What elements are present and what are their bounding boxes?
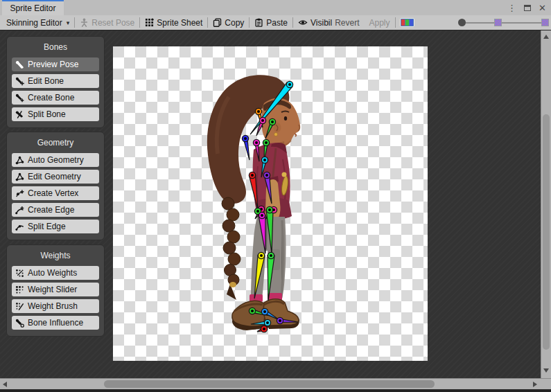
revert-button[interactable]: Revert xyxy=(332,15,364,30)
reset-pose-button[interactable]: Reset Pose xyxy=(75,15,139,30)
weight-slider-icon xyxy=(15,285,24,294)
tool-button-edit-geometry[interactable]: Edit Geometry xyxy=(12,170,99,184)
bone-joint[interactable] xyxy=(253,139,259,145)
tool-button-split-edge[interactable]: Split Edge xyxy=(12,220,99,233)
rgb-blue-stripe xyxy=(410,19,413,26)
toolbar: Skinning Editor ▾ Reset Pose Sprite Shee… xyxy=(0,15,551,30)
geometry-icon xyxy=(15,156,24,165)
bone-joint[interactable] xyxy=(242,135,248,141)
bone-joint[interactable] xyxy=(249,308,255,314)
revert-label: Revert xyxy=(335,18,359,28)
edge-create-icon xyxy=(15,206,24,215)
bone-joint[interactable] xyxy=(255,108,261,114)
close-icon[interactable]: ✕ xyxy=(539,3,546,12)
texture-mip-icon xyxy=(541,19,549,26)
sprite-canvas[interactable] xyxy=(113,46,428,361)
scroll-left-arrow-icon[interactable] xyxy=(3,382,7,387)
bone-joint[interactable] xyxy=(269,118,275,125)
geometry-panel: Geometry Auto Geometry Edit Geometry Cre… xyxy=(6,132,105,240)
sprite-sheet-grid-icon xyxy=(145,18,154,27)
sprite-editor-window: Sprite Editor ⋮ ✕ Skinning Editor ▾ Rese… xyxy=(0,0,551,392)
window-bottom-edge xyxy=(0,389,551,392)
mip-level-slider[interactable] xyxy=(455,15,550,30)
tool-button-edit-bone[interactable]: Edit Bone xyxy=(12,74,99,88)
panel-title: Geometry xyxy=(12,138,99,148)
tab-sprite-editor[interactable]: Sprite Editor xyxy=(2,0,64,15)
apply-label: Apply xyxy=(369,18,390,28)
bone-joint[interactable] xyxy=(263,139,269,145)
tool-button-preview-pose[interactable]: Preview Pose xyxy=(12,57,99,71)
bone-joint[interactable] xyxy=(259,117,265,123)
bone-joint[interactable] xyxy=(266,206,272,213)
tool-button-auto-geometry[interactable]: Auto Geometry xyxy=(12,153,99,167)
bone-joint[interactable] xyxy=(268,252,274,258)
tool-button-weight-slider[interactable]: Weight Slider xyxy=(12,283,99,296)
slider-knob[interactable] xyxy=(458,19,466,26)
tool-button-create-vertex[interactable]: Create Vertex xyxy=(12,186,99,200)
tab-title: Sprite Editor xyxy=(10,3,55,13)
window-controls: ⋮ ✕ xyxy=(507,0,546,15)
tool-button-weight-brush[interactable]: Weight Brush xyxy=(12,299,99,313)
texture-mip-icon xyxy=(494,19,502,26)
toolbar-separator xyxy=(395,17,396,28)
bone-joint[interactable] xyxy=(261,308,268,314)
copy-icon xyxy=(213,18,222,27)
bone-joint[interactable] xyxy=(259,212,265,218)
scroll-up-arrow-icon[interactable] xyxy=(543,35,549,39)
character-sprite xyxy=(207,75,300,330)
copy-label: Copy xyxy=(225,18,244,28)
tool-button-create-edge[interactable]: Create Edge xyxy=(12,203,99,217)
reset-pose-label: Reset Pose xyxy=(91,18,134,28)
horizontal-scrollbar-thumb[interactable] xyxy=(104,380,435,388)
edge-split-icon xyxy=(15,222,24,231)
tool-button-auto-weights[interactable]: Auto Weights xyxy=(12,266,99,280)
vertical-scrollbar[interactable] xyxy=(541,30,551,378)
bone-joint[interactable] xyxy=(286,81,292,87)
bone-joint[interactable] xyxy=(249,172,255,178)
rgb-red-stripe xyxy=(401,19,405,26)
bone-joint[interactable] xyxy=(277,317,283,323)
braid xyxy=(222,197,240,300)
rgb-green-stripe xyxy=(405,19,409,26)
visibility-label: Visibil xyxy=(311,18,332,28)
tool-button-bone-influence[interactable]: Bone Influence xyxy=(12,316,99,330)
kebab-menu-icon[interactable]: ⋮ xyxy=(507,3,516,12)
bones-panel: Bones Preview Pose Edit Bone Create Bone… xyxy=(6,36,105,128)
paste-button[interactable]: Paste xyxy=(250,15,292,30)
paste-label: Paste xyxy=(266,18,288,28)
sprite-sheet-label: Sprite Sheet xyxy=(157,18,202,28)
skinning-editor-dropdown[interactable]: Skinning Editor ▾ xyxy=(1,15,74,30)
sprite-sheet-button[interactable]: Sprite Sheet xyxy=(140,15,207,30)
visibility-button[interactable]: Visibil xyxy=(293,15,332,30)
bone-joint[interactable] xyxy=(261,157,268,163)
bone-split-icon xyxy=(15,110,24,119)
bone-joint[interactable] xyxy=(261,326,267,332)
tool-button-split-bone[interactable]: Split Bone xyxy=(12,107,99,121)
eye-icon xyxy=(298,18,308,27)
slider-track xyxy=(460,22,545,24)
apply-button[interactable]: Apply xyxy=(365,15,395,30)
geometry-icon xyxy=(15,172,24,181)
tool-button-create-bone[interactable]: Create Bone xyxy=(12,91,99,105)
skinning-editor-label: Skinning Editor xyxy=(6,18,62,28)
bone-create-icon xyxy=(15,93,24,103)
bone-joint[interactable] xyxy=(264,319,270,326)
horizontal-scrollbar[interactable] xyxy=(0,378,551,389)
bone-influence-icon xyxy=(15,319,24,328)
chevron-down-icon: ▾ xyxy=(67,19,70,26)
vertex-create-icon xyxy=(15,189,24,198)
rgb-alpha-toggle[interactable] xyxy=(400,18,414,27)
scroll-right-arrow-icon[interactable] xyxy=(533,382,537,387)
panel-title: Bones xyxy=(12,42,99,52)
scroll-down-arrow-icon[interactable] xyxy=(543,368,549,373)
weights-auto-icon xyxy=(15,269,24,278)
bone-joint[interactable] xyxy=(263,172,270,178)
bone-joint[interactable] xyxy=(258,252,264,258)
person-icon xyxy=(80,18,89,27)
weight-brush-icon xyxy=(15,302,24,311)
copy-button[interactable]: Copy xyxy=(208,15,249,30)
vertical-scrollbar-thumb[interactable] xyxy=(543,114,550,350)
weights-panel: Weights Auto Weights Weight Slider Weigh… xyxy=(6,244,105,337)
tab-bar: Sprite Editor ⋮ ✕ xyxy=(0,0,551,15)
maximize-icon[interactable] xyxy=(524,5,531,11)
